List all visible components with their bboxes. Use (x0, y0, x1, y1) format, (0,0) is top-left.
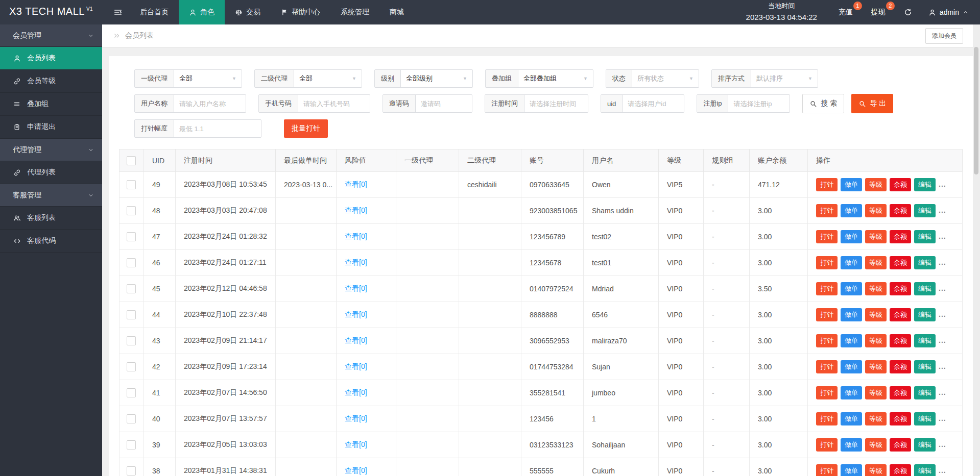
action-button-5[interactable]: 编辑 (914, 256, 936, 269)
risk-view-link[interactable]: 查看[0] (345, 206, 367, 214)
action-button-2[interactable]: 做单 (841, 282, 862, 295)
action-button-5[interactable]: 编辑 (914, 178, 936, 191)
action-button-4[interactable]: 余额 (890, 334, 911, 347)
nav-item-6[interactable]: 商城 (379, 0, 414, 24)
sidebar-item-1-4[interactable]: 申请退出 (0, 116, 102, 139)
action-button-5[interactable]: 编辑 (914, 204, 936, 217)
user-menu[interactable]: admin (921, 0, 980, 24)
search-button[interactable]: 搜 索 (802, 94, 844, 113)
risk-view-link[interactable]: 查看[0] (345, 466, 367, 474)
action-button-5[interactable]: 编辑 (914, 360, 936, 373)
action-button-4[interactable]: 余额 (890, 308, 911, 321)
more-actions-button[interactable]: ... (939, 362, 946, 370)
action-button-2[interactable]: 做单 (841, 308, 862, 321)
risk-view-link[interactable]: 查看[0] (345, 388, 367, 396)
action-button-3[interactable]: 等级 (865, 464, 887, 476)
action-button-4[interactable]: 余额 (890, 386, 911, 399)
action-button-2[interactable]: 做单 (841, 256, 862, 269)
sidebar-section-1[interactable]: 会员管理 (0, 24, 102, 47)
more-actions-button[interactable]: ... (939, 336, 946, 344)
more-actions-button[interactable]: ... (939, 284, 946, 292)
action-button-2[interactable]: 做单 (841, 360, 862, 373)
action-button-2[interactable]: 做单 (841, 230, 862, 243)
more-actions-button[interactable]: ... (939, 388, 946, 396)
sidebar-item-3-2[interactable]: 客服代码 (0, 230, 102, 253)
action-button-1[interactable]: 打针 (816, 282, 838, 295)
filter-text-input[interactable] (524, 95, 588, 112)
action-button-4[interactable]: 余额 (890, 282, 911, 295)
sidebar-section-2[interactable]: 代理管理 (0, 139, 102, 161)
more-actions-button[interactable]: ... (939, 180, 946, 188)
select-dropdown[interactable]: 全部级别▼ (401, 70, 472, 87)
batch-inject-button[interactable]: 批量打针 (284, 119, 328, 138)
row-checkbox[interactable] (127, 310, 136, 319)
filter-text-input[interactable] (728, 95, 790, 112)
action-button-3[interactable]: 等级 (865, 412, 887, 425)
action-button-3[interactable]: 等级 (865, 438, 887, 452)
more-actions-button[interactable]: ... (939, 206, 946, 214)
action-button-5[interactable]: 编辑 (914, 386, 936, 399)
risk-view-link[interactable]: 查看[0] (345, 362, 367, 370)
action-button-3[interactable]: 等级 (865, 308, 887, 321)
action-button-4[interactable]: 余额 (890, 360, 911, 373)
action-button-4[interactable]: 余额 (890, 178, 911, 191)
row-checkbox[interactable] (127, 284, 136, 293)
row-checkbox[interactable] (127, 414, 136, 423)
action-button-1[interactable]: 打针 (816, 230, 838, 243)
action-button-2[interactable]: 做单 (841, 204, 862, 217)
action-button-4[interactable]: 余额 (890, 438, 911, 452)
more-actions-button[interactable]: ... (939, 440, 946, 448)
sidebar-item-3-1[interactable]: 客服列表 (0, 207, 102, 230)
sidebar-item-1-3[interactable]: 叠加组 (0, 93, 102, 116)
action-button-2[interactable]: 做单 (841, 464, 862, 476)
select-dropdown[interactable]: 全部叠加组▼ (518, 70, 593, 87)
action-button-1[interactable]: 打针 (816, 178, 838, 191)
withdraw-button[interactable]: 提现 2 (862, 0, 895, 24)
action-button-5[interactable]: 编辑 (914, 412, 936, 425)
action-button-2[interactable]: 做单 (841, 178, 862, 191)
row-checkbox[interactable] (127, 336, 136, 345)
action-button-3[interactable]: 等级 (865, 204, 887, 217)
more-actions-button[interactable]: ... (939, 466, 946, 474)
action-button-3[interactable]: 等级 (865, 282, 887, 295)
row-checkbox[interactable] (127, 362, 136, 371)
risk-view-link[interactable]: 查看[0] (345, 440, 367, 448)
filter-text-input[interactable] (623, 95, 684, 112)
sidebar-item-1-2[interactable]: 会员等级 (0, 70, 102, 93)
nav-item-5[interactable]: 系统管理 (330, 0, 379, 24)
action-button-5[interactable]: 编辑 (914, 334, 936, 347)
select-all-checkbox[interactable] (127, 156, 136, 165)
select-dropdown[interactable]: 全部▼ (294, 70, 362, 87)
sidebar-item-2-1[interactable]: 代理列表 (0, 161, 102, 184)
action-button-4[interactable]: 余额 (890, 230, 911, 243)
action-button-1[interactable]: 打针 (816, 386, 838, 399)
action-button-1[interactable]: 打针 (816, 204, 838, 217)
filter-text-input[interactable] (298, 95, 370, 112)
risk-view-link[interactable]: 查看[0] (345, 232, 367, 240)
action-button-3[interactable]: 等级 (865, 230, 887, 243)
action-button-3[interactable]: 等级 (865, 386, 887, 399)
more-actions-button[interactable]: ... (939, 258, 946, 266)
action-button-3[interactable]: 等级 (865, 256, 887, 269)
action-button-5[interactable]: 编辑 (914, 282, 936, 295)
scrollbar-thumb[interactable] (974, 47, 978, 174)
filter-text-input[interactable] (416, 95, 472, 112)
row-checkbox[interactable] (127, 206, 136, 215)
row-checkbox[interactable] (127, 180, 136, 189)
action-button-5[interactable]: 编辑 (914, 230, 936, 243)
risk-view-link[interactable]: 查看[0] (345, 258, 367, 266)
action-button-2[interactable]: 做单 (841, 438, 862, 452)
risk-view-link[interactable]: 查看[0] (345, 284, 367, 292)
sidebar-toggle-icon[interactable] (106, 0, 130, 24)
recharge-button[interactable]: 充值 1 (829, 0, 862, 24)
row-checkbox[interactable] (127, 258, 136, 267)
add-member-button[interactable]: 添加会员 (925, 28, 963, 44)
action-button-1[interactable]: 打针 (816, 334, 838, 347)
action-button-5[interactable]: 编辑 (914, 308, 936, 321)
action-button-4[interactable]: 余额 (890, 256, 911, 269)
action-button-1[interactable]: 打针 (816, 464, 838, 476)
action-button-5[interactable]: 编辑 (914, 464, 936, 476)
action-button-4[interactable]: 余额 (890, 464, 911, 476)
row-checkbox[interactable] (127, 232, 136, 241)
action-button-2[interactable]: 做单 (841, 412, 862, 425)
